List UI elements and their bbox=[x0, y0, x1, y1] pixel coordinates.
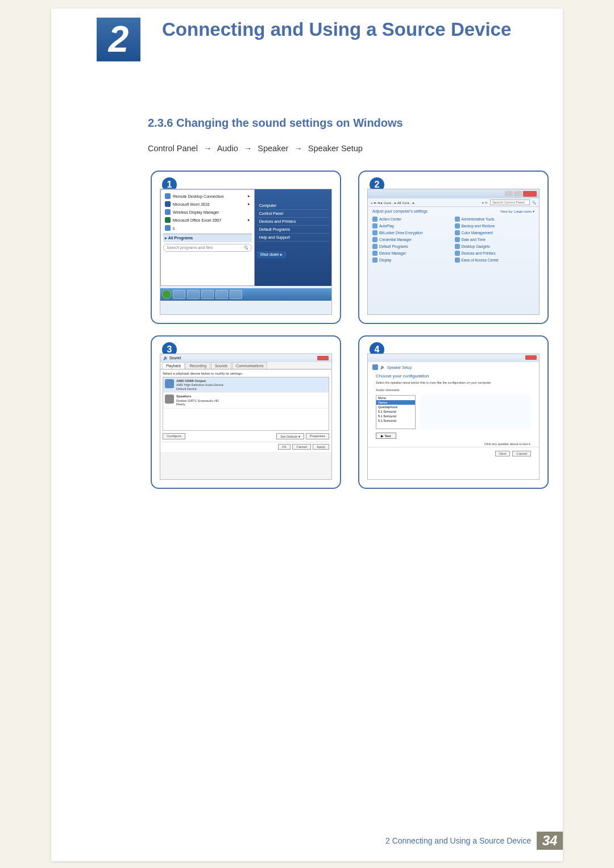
start-menu-system-item[interactable]: Help and Support bbox=[257, 234, 329, 242]
device-icon bbox=[372, 251, 377, 256]
breadcrumb-arrow-icon: → bbox=[240, 144, 256, 153]
start-menu-item[interactable]: s bbox=[163, 224, 252, 232]
device-list[interactable]: AMD HDMI OutputAMD High Definition Audio… bbox=[163, 377, 329, 431]
search-input[interactable]: Search programs and files🔍 bbox=[163, 244, 252, 252]
cp-item-label: Administrative Tools bbox=[462, 217, 495, 221]
cp-item[interactable]: AutoPlay bbox=[372, 223, 453, 229]
device-state: Ready bbox=[176, 402, 185, 406]
program-icon bbox=[165, 209, 171, 215]
cancel-button[interactable]: Cancel bbox=[512, 451, 531, 456]
channels-listbox[interactable]: Mono Stereo Quadraphonic 5.1 Surround 5.… bbox=[376, 395, 416, 429]
cp-item[interactable]: Credential Manager bbox=[372, 237, 453, 242]
cp-item[interactable]: BitLocker Drive Encryption bbox=[372, 230, 453, 235]
list-item[interactable]: Quadraphonic bbox=[376, 405, 415, 409]
start-menu-item[interactable]: Microsoft Office Excel 2007▸ bbox=[163, 216, 252, 224]
cp-item[interactable]: Administrative Tools bbox=[455, 217, 535, 222]
refresh-icon[interactable]: ▾ ↻ bbox=[482, 201, 488, 205]
list-item[interactable]: Stereo bbox=[376, 400, 415, 405]
path-text[interactable]: « ⬅ ➡ ▸ Cont... ▸ All Cont... ▸ bbox=[371, 201, 480, 205]
speaker-diagram[interactable] bbox=[420, 395, 531, 429]
tab-communications[interactable]: Communications bbox=[232, 362, 267, 369]
device-name: AMD HDMI Output bbox=[176, 379, 206, 383]
window-title: Sound bbox=[169, 356, 181, 360]
cp-item[interactable]: Default Programs bbox=[372, 244, 453, 249]
start-menu-system-item[interactable]: Computer bbox=[257, 202, 329, 210]
cp-item[interactable]: Display bbox=[372, 258, 453, 263]
speaker-icon: 🔈 bbox=[380, 365, 385, 369]
back-icon[interactable] bbox=[372, 364, 378, 370]
taskbar-item[interactable] bbox=[173, 290, 185, 299]
start-menu-system-item[interactable]: Default Programs bbox=[257, 226, 329, 234]
set-default-button[interactable]: Set Default ▾ bbox=[276, 433, 304, 439]
next-button[interactable]: Next bbox=[495, 451, 510, 456]
start-menu-right: Computer Control Panel Devices and Print… bbox=[255, 189, 331, 286]
taskbar-item[interactable] bbox=[201, 290, 214, 299]
hdmi-icon bbox=[165, 379, 174, 388]
taskbar-item[interactable] bbox=[230, 290, 242, 299]
cp-item[interactable]: Color Management bbox=[455, 230, 535, 235]
properties-button[interactable]: Properties bbox=[306, 433, 329, 439]
search-icon[interactable]: 🔍 bbox=[532, 201, 536, 205]
cp-item[interactable]: Device Manager bbox=[372, 251, 453, 256]
titlebar: 🔊 Sound bbox=[160, 354, 331, 362]
cp-item[interactable]: Action Center bbox=[372, 217, 453, 222]
list-item[interactable]: SpeakersRealtek IDRT1 Smartaudio HDReady bbox=[163, 393, 329, 408]
cp-item[interactable]: Ease of Access Center bbox=[455, 258, 535, 263]
close-icon[interactable] bbox=[523, 191, 537, 197]
start-menu-item[interactable]: Remote Desktop Connection▸ bbox=[163, 192, 252, 200]
cp-heading-row: Adjust your computer's settings View by:… bbox=[368, 207, 539, 215]
chapter-title: Connecting and Using a Source Device bbox=[162, 19, 511, 40]
minimize-icon[interactable] bbox=[505, 191, 513, 197]
start-menu-item[interactable]: Microsoft Word 2010▸ bbox=[163, 200, 252, 208]
all-programs-item[interactable]: ▸ All Programs bbox=[163, 234, 252, 242]
cp-item-label: AutoPlay bbox=[379, 224, 394, 228]
list-item[interactable]: 5.1 Surround bbox=[376, 414, 415, 418]
taskbar-item[interactable] bbox=[187, 290, 200, 299]
close-icon[interactable] bbox=[525, 355, 537, 360]
tab-playback[interactable]: Playback bbox=[162, 362, 185, 369]
section-heading: 2.3.6 Changing the sound settings on Win… bbox=[148, 117, 403, 130]
cp-item[interactable]: Backup and Restore bbox=[455, 223, 535, 229]
lock-icon bbox=[372, 230, 377, 235]
start-menu-system-item[interactable]: Control Panel bbox=[257, 210, 329, 218]
cancel-button[interactable]: Cancel bbox=[292, 444, 311, 450]
shutdown-button[interactable]: Shut down ▸ bbox=[257, 251, 286, 258]
cp-item-label: Display bbox=[379, 258, 391, 262]
start-menu-item[interactable]: Wireless Display Manager bbox=[163, 208, 252, 216]
configure-button[interactable]: Configure bbox=[163, 433, 185, 439]
cp-item-label: Devices and Printers bbox=[462, 251, 496, 255]
test-button[interactable]: ▶ Test bbox=[376, 433, 396, 439]
start-menu-label: s bbox=[173, 226, 175, 230]
taskbar-item[interactable] bbox=[215, 290, 228, 299]
section-title: Changing the sound settings on Windows bbox=[176, 117, 403, 129]
view-by-dropdown[interactable]: View by: Large icons ▾ bbox=[500, 209, 534, 213]
maximize-icon[interactable] bbox=[514, 191, 522, 197]
cp-item[interactable]: Devices and Printers bbox=[455, 251, 535, 256]
color-icon bbox=[455, 230, 460, 235]
cp-item[interactable]: Desktop Gadgets bbox=[455, 244, 535, 249]
tab-recording[interactable]: Recording bbox=[185, 362, 210, 369]
footer-text: 2 Connecting and Using a Source Device bbox=[385, 836, 537, 845]
start-menu-label: Microsoft Word 2010 bbox=[173, 202, 209, 206]
program-icon bbox=[165, 225, 171, 231]
breadcrumb-bar: 🔈Speaker Setup bbox=[368, 362, 539, 372]
list-item[interactable]: 5.1 Surround bbox=[376, 418, 415, 423]
control-panel-window: « ⬅ ➡ ▸ Cont... ▸ All Cont... ▸ ▾ ↻ 🔍 Ad… bbox=[367, 189, 540, 315]
note-text: Click any speaker above to test it. bbox=[368, 441, 539, 447]
cp-item[interactable]: Date and Time bbox=[455, 237, 535, 242]
apply-button[interactable]: Apply bbox=[313, 444, 329, 450]
taskbar-start-icon[interactable] bbox=[162, 290, 171, 299]
list-item[interactable]: 5.1 Surround bbox=[376, 409, 415, 414]
panels-grid: 1 Remote Desktop Connection▸ Microsoft W… bbox=[151, 171, 549, 489]
ok-button[interactable]: OK bbox=[278, 444, 291, 450]
titlebar bbox=[368, 189, 539, 198]
tab-sounds[interactable]: Sounds bbox=[211, 362, 231, 369]
list-item[interactable]: Mono bbox=[376, 396, 415, 400]
close-icon[interactable] bbox=[317, 356, 329, 360]
start-menu-system-item[interactable]: Devices and Printers bbox=[257, 218, 329, 226]
start-menu-label: Microsoft Office Excel 2007 bbox=[173, 218, 221, 222]
list-item[interactable]: AMD HDMI OutputAMD High Definition Audio… bbox=[163, 377, 329, 393]
search-input[interactable] bbox=[490, 200, 530, 205]
page-number: 34 bbox=[537, 832, 563, 850]
panel-1: 1 Remote Desktop Connection▸ Microsoft W… bbox=[151, 171, 341, 324]
